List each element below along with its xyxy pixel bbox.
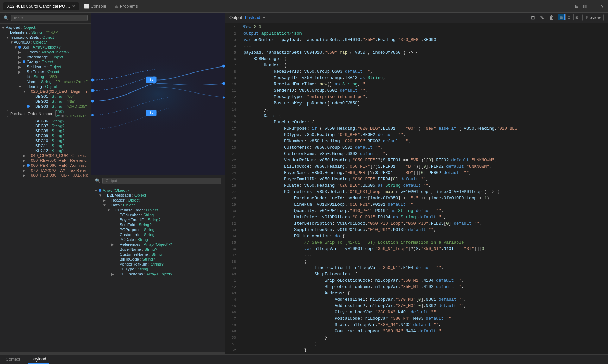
tree-item-heading[interactable]: ▼ Heading : Object [0, 84, 91, 89]
edit-icon[interactable]: ✎ [539, 14, 546, 21]
tree-type: Object [48, 70, 59, 74]
out-item-polineitems[interactable]: ▶POLineItems : Array<Object> [91, 272, 225, 276]
tab-problems[interactable]: ⚠ Problems [111, 2, 141, 10]
out-item-buyeremailid[interactable]: BuyerEmailID : String? [91, 217, 225, 222]
out-item-buyername[interactable]: BuyerName : String? [91, 247, 225, 252]
tree-item-020beg[interactable]: ▼ 020_BEG(020_BEG - Beginnin [0, 89, 91, 94]
tree-item-id[interactable]: Id : String = "850" [0, 74, 91, 79]
out-item-customername[interactable]: CustomerName : String [91, 252, 225, 257]
tree-label: 080_FOB(080_FOB - F.O.B. Re [31, 173, 88, 177]
tree-label: Name [27, 79, 38, 84]
tree-type: String [144, 228, 154, 232]
expand-icon[interactable]: ⤡ [599, 3, 605, 9]
out-item-ponumber[interactable]: PONumber : String [91, 212, 225, 217]
out-item-potype[interactable]: POType : String [91, 267, 225, 272]
tree-item-beg06[interactable]: BEG06 : String? [0, 119, 91, 123]
tree-item-v004010[interactable]: ▼ v004010 : Object? [0, 40, 91, 45]
out-item-vendorrefnum[interactable]: VendorRefNum : String? [91, 262, 225, 267]
delete-icon[interactable]: 🗑 [548, 14, 556, 21]
tree-item-beg11[interactable]: BEG11 : String? [0, 143, 91, 148]
minimize-icon[interactable]: − [590, 3, 597, 9]
tree-value: "Purchase Order" [56, 79, 87, 84]
arrow-icon: ▼ [18, 85, 23, 89]
columns-icon[interactable]: ▥ [582, 3, 588, 9]
tree-item-beg09[interactable]: BEG09 : String? [0, 133, 91, 138]
tree-item-060per[interactable]: ▶060_PER(060_PER - Administ [0, 163, 91, 168]
tree-type: String? [151, 262, 163, 266]
tree-item-transactionsets[interactable]: ▼ TransactionSets : Object [0, 35, 91, 40]
right-panel: Output Payload ▾ ⊞ ✎ 🗑 ⊟ ⊡ ⊠ Preview 123… [225, 13, 608, 354]
out-item-header[interactable]: ▶ Header : Object [91, 198, 225, 203]
out-item-references[interactable]: ▶References : Array<Object>? [91, 242, 225, 247]
table-icon[interactable]: ⊞ [530, 14, 537, 21]
tree-item-beg07[interactable]: BEG07 : String? [0, 123, 91, 128]
tree-item-settrailer[interactable]: ▶ SetTrailer : Object [0, 69, 91, 74]
tree-label: Heading [27, 84, 42, 89]
tree-item-050ref[interactable]: ▶050_REF(050_REF - Referenc [0, 158, 91, 163]
tree-type: Array<Object> [146, 272, 172, 276]
dot-marker [27, 105, 30, 108]
out-item-popurpose[interactable]: POPurpose : String [91, 227, 225, 232]
tree-label: TransactionSets [10, 35, 39, 39]
bottom-tab-context[interactable]: Context [3, 356, 23, 363]
tree-item-beg03[interactable]: BEG03 : String = "ORD-235" Purchase Orde… [0, 104, 91, 109]
arrow-icon: ▶ [103, 198, 107, 202]
tree-item-beg02[interactable]: BEG02 : String = "NE" [0, 99, 91, 104]
tree-item-setheader[interactable]: ▶ SetHeader : Object [0, 64, 91, 69]
arrow-icon: ▶ [23, 168, 27, 172]
tree-type: Object? [33, 40, 47, 44]
tree-label: 070_TAX(070_TAX - Tax Refer [31, 168, 86, 172]
dot-marker [23, 60, 25, 63]
tree-label: BEG04 [35, 109, 48, 113]
tree-item-beg08[interactable]: BEG08 : String? [0, 128, 91, 133]
tree-item-name[interactable]: Name : String = "Purchase Order" [0, 79, 91, 84]
tree-item-group[interactable]: ▶ Group : Object [0, 59, 91, 64]
tree-item-850[interactable]: ▼ 850 : Array<Object>? [0, 45, 91, 50]
tree-item-beg12[interactable]: BEG12 : String? [0, 148, 91, 153]
tree-label: Header [111, 198, 125, 202]
svg-point-1 [102, 52, 214, 136]
tree-item-beg10[interactable]: BEG10 : String? [0, 138, 91, 143]
tree-item-040cur[interactable]: ▶040_CUR(040_CUR - Currenc [0, 153, 91, 158]
output-label: Output [229, 15, 242, 20]
tab-active[interactable]: X12 4010 850 to Canonical PO ... ✕ [3, 2, 79, 10]
output-search[interactable] [102, 178, 221, 184]
full-view-button[interactable]: ⊠ [573, 14, 580, 20]
tree-item-interchange[interactable]: ▶ Interchange : Object [0, 55, 91, 59]
dot-marker [99, 189, 101, 192]
tree-item-beg05[interactable]: BEG05 : Date = "2019-10-1" [0, 114, 91, 119]
tree-item-beg04[interactable]: BEG04 : String? [0, 109, 91, 114]
tree-item-delimiters[interactable]: Delimiters : String = "*>U~" [0, 30, 91, 35]
arrow-icon: ▼ [1, 26, 6, 30]
output-tree: ▼ Array<Object> ▼ B2BMessage : Object ▶ … [91, 186, 225, 352]
tree-item-payload[interactable]: ▼ Payload : Object [0, 25, 91, 30]
out-item-billtocode[interactable]: BillToCode : String? [91, 257, 225, 262]
grid-icon[interactable]: ⊞ [574, 3, 580, 9]
tree-item-beg01[interactable]: BEG01 : String = "00" [0, 94, 91, 99]
split-view-button[interactable]: ⊟ [558, 14, 565, 20]
tree-label: BEG08 [35, 129, 48, 133]
tree-label: Payload [6, 25, 20, 30]
out-item-b2bmessage[interactable]: ▼ B2BMessage : Object [91, 193, 225, 198]
preview-button[interactable]: Preview [582, 14, 604, 21]
close-icon[interactable]: ✕ [72, 4, 75, 8]
tree-item-errors[interactable]: ▶ Errors : Array<Object>? [0, 50, 91, 55]
code-editor[interactable]: %dw 2.0output application/jsonvar poNumb… [239, 23, 608, 354]
arrow-icon: ▼ [14, 45, 18, 49]
single-view-button[interactable]: ⊡ [565, 14, 572, 20]
out-item-data[interactable]: ▼ Data : Object [91, 203, 225, 207]
out-item-customerid[interactable]: CustomerId : String [91, 232, 225, 237]
svg-point-9 [91, 114, 94, 116]
bottom-tab-payload[interactable]: payload [28, 355, 49, 364]
out-item-array[interactable]: ▼ Array<Object> [91, 188, 225, 193]
out-item-podate[interactable]: PODate : String [91, 237, 225, 242]
out-item-soldtoid[interactable]: SoldToId : String? [91, 222, 225, 227]
tree-label: BEG05 [35, 114, 48, 118]
out-item-purchaseorder[interactable]: ▼ PurchaseOrder : Object [91, 207, 225, 212]
input-search[interactable] [11, 15, 88, 21]
tree-item-080fob[interactable]: ▶080_FOB(080_FOB - F.O.B. Re [0, 173, 91, 178]
tree-label: POType [120, 267, 134, 271]
tree-item-070tax[interactable]: ▶070_TAX(070_TAX - Tax Refer [0, 168, 91, 173]
tree-label: Interchange [27, 55, 48, 59]
tab-console[interactable]: ⬜ Console [81, 2, 110, 10]
